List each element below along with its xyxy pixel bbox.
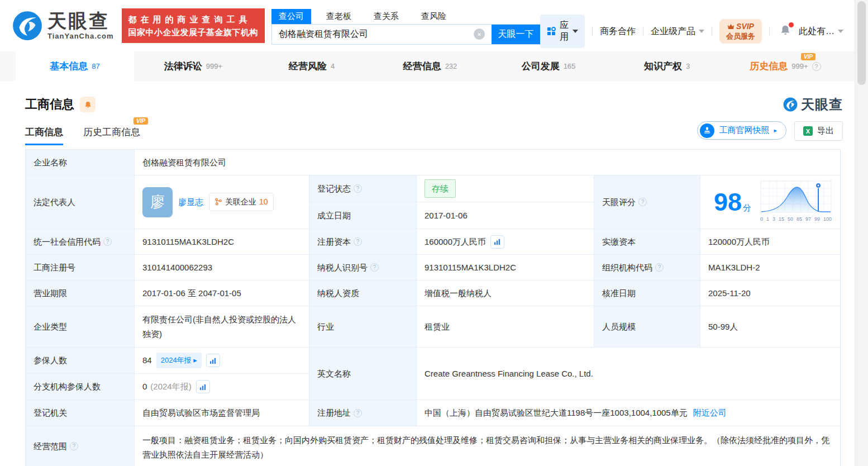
caret-down-icon (573, 30, 578, 33)
search-tabs: 查公司 查老板 查关系 查风险 (271, 7, 541, 24)
brand-domain: TianYanCha.com (47, 32, 114, 40)
search-tab-relation[interactable]: 查关系 (366, 9, 406, 24)
reg-capital-value: 160000万人民币 (417, 229, 594, 255)
caret-down-icon (838, 30, 843, 33)
tab-operation-risk[interactable]: 经营风险4 (252, 51, 371, 81)
tab-basic-info[interactable]: 基本信息87 (16, 51, 134, 81)
tianyancha-company-page: 天眼查 TianYanCha.com 都在用的商业查询工具 国家中小企业发展子基… (0, 0, 868, 466)
tab-legal[interactable]: 法律诉讼999+ (134, 51, 252, 81)
help-icon[interactable]: ? (103, 237, 112, 246)
company-name-value: 创格融资租赁有限公司 (135, 150, 840, 175)
scrollbar[interactable] (855, 0, 868, 466)
help-icon[interactable]: ? (812, 62, 821, 71)
status-badge[interactable]: 存续 (425, 179, 456, 198)
tianyancha-logo[interactable]: 天眼查 TianYanCha.com (12, 11, 114, 41)
branch-insured-label: 分支机构参保人数 (26, 374, 135, 400)
tianyancha-watermark: 天眼查 (783, 96, 843, 113)
tianyancha-logo-icon (12, 11, 42, 41)
taxpayer-quality-value: 增值税一般纳税人 (417, 280, 594, 306)
score-distribution-chart: 0131550859799100 (760, 180, 832, 224)
search-bar: × 天眼一下 (271, 24, 541, 45)
reg-capital-label: 注册资本? (309, 229, 417, 255)
help-icon[interactable]: ? (354, 184, 362, 193)
search-block: 查公司 查老板 查关系 查风险 × 天眼一下 (271, 7, 541, 45)
help-icon[interactable]: ? (370, 263, 379, 272)
tab-company-development[interactable]: 公司发展165 (489, 51, 608, 81)
nav-enterprise[interactable]: 企业级产品 (651, 26, 704, 37)
monitor-bell-icon[interactable] (80, 97, 96, 112)
approval-date-value: 2025-11-20 (700, 280, 840, 306)
tab-history-info[interactable]: VIP 历史信息999+ ? (726, 51, 845, 81)
subtab-history-business-info[interactable]: 历史工商信息 VIP (83, 126, 140, 145)
help-icon[interactable]: ? (70, 442, 78, 450)
branch-insured-chart-icon[interactable] (196, 380, 210, 393)
clear-icon[interactable]: × (474, 28, 485, 40)
business-term-label: 营业期限 (26, 280, 135, 306)
industry-value: 租赁业 (417, 306, 594, 348)
search-tab-risk[interactable]: 查风险 (414, 9, 454, 24)
business-scope-label: 经营范围? (26, 426, 135, 466)
capital-chart-icon[interactable] (490, 235, 504, 249)
establish-date-value: 2017-01-06 (417, 202, 594, 229)
help-icon[interactable]: ? (655, 263, 664, 272)
insured-chart-icon[interactable] (206, 354, 220, 367)
apps-menu[interactable]: 应用 (540, 15, 585, 48)
subtab-business-info[interactable]: 工商信息 (25, 126, 63, 145)
credit-code-value: 91310115MA1K3LDH2C (135, 229, 309, 255)
score-value: 98分 (700, 175, 840, 229)
taxpayer-quality-label: 纳税人资质 (309, 280, 417, 306)
company-name-label: 企业名称 (26, 150, 135, 175)
score-label: 天眼评分? (594, 175, 700, 229)
approval-date-label: 核准日期 (594, 280, 700, 306)
svip-member-button[interactable]: SVIP 会员服务 (719, 19, 762, 44)
excel-icon: X (803, 126, 813, 136)
related-companies-badge[interactable]: 关联企业 10 (209, 193, 274, 212)
reg-status-value: 存续 (417, 175, 594, 202)
help-icon[interactable]: ? (354, 237, 362, 246)
main-tabbar: 基本信息87 法律诉讼999+ 经营风险4 经营信息232 公司发展165 知识… (0, 51, 868, 81)
vip-badge: VIP (801, 53, 815, 60)
export-button[interactable]: X 导出 (794, 121, 843, 141)
tianyancha-watermark-icon (783, 97, 798, 112)
org-code-label: 组织机构代码? (594, 255, 700, 280)
crown-icon (727, 23, 735, 30)
notification-dot (789, 22, 794, 27)
legal-rep-value: 廖 廖显志 关联企业 10 (135, 175, 309, 229)
org-link-icon (214, 198, 222, 206)
paid-capital-label: 实缴资本 (594, 229, 700, 255)
reg-authority-label: 登记机关 (26, 400, 135, 426)
annual-report-badge[interactable]: 2024年报 ▸ (156, 353, 202, 368)
insured-value: 84 2024年报 ▸ (135, 348, 309, 374)
nearby-companies-link[interactable]: 附近公司 (693, 406, 727, 420)
branch-insured-value: 0 (2024年报) (135, 374, 309, 400)
business-info-table: 企业名称 创格融资租赁有限公司 法定代表人 廖 廖显志 关联企业 10 登记状态… (25, 149, 841, 466)
brand-slogan: 都在用的商业查询工具 国家中小企业发展子基金旗下机构 (122, 8, 265, 44)
reg-status-label: 登记状态? (309, 175, 417, 202)
header: 天眼查 TianYanCha.com 都在用的商业查询工具 国家中小企业发展子基… (0, 0, 868, 51)
tab-intellectual-property[interactable]: 知识产权3 (608, 51, 726, 81)
insured-label: 参保人数 (26, 348, 135, 374)
english-name-label: 英文名称 (309, 348, 417, 400)
staff-size-label: 人员规模 (594, 306, 700, 348)
search-input[interactable] (272, 25, 474, 44)
legal-rep-link[interactable]: 廖显志 (178, 195, 203, 210)
industry-label: 行业 (309, 306, 417, 348)
legal-rep-avatar[interactable]: 廖 (142, 187, 173, 217)
user-menu[interactable]: 此处有… (799, 26, 843, 37)
business-term-value: 2017-01-06 至 2047-01-05 (135, 280, 309, 306)
section-header: 工商信息 天眼查 (25, 96, 843, 113)
official-snapshot-button[interactable]: 工商官网快照 ▸ (697, 121, 786, 140)
english-name-value: Create Greantness Financing Lease Co., L… (417, 348, 840, 400)
tab-operation-info[interactable]: 经营信息232 (371, 51, 489, 81)
search-button[interactable]: 天眼一下 (492, 25, 540, 44)
business-scope-value: 一般项目：融资租赁业务；租赁业务；向国内外购买租赁资产；租赁财产的残值处理及维修… (135, 426, 840, 466)
company-type-label: 企业类型 (26, 306, 135, 348)
help-icon[interactable]: ? (354, 409, 362, 417)
notification-bell-icon[interactable] (779, 24, 791, 39)
scrollbar-thumb[interactable] (857, 1, 866, 85)
reg-number-label: 工商注册号 (26, 255, 135, 280)
help-icon[interactable]: ? (638, 198, 647, 206)
search-tab-company[interactable]: 查公司 (271, 9, 311, 24)
search-tab-boss[interactable]: 查老板 (319, 9, 359, 24)
nav-cooperation[interactable]: 商务合作 (600, 26, 636, 37)
